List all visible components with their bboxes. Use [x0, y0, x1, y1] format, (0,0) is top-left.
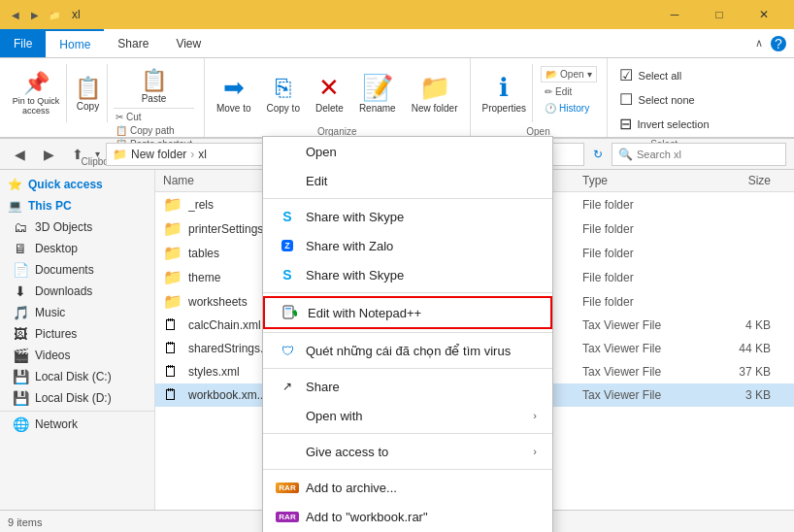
folder-icon: 📁 [163, 268, 182, 286]
cm-skype2-icon: S [279, 266, 296, 283]
pictures-icon: 🖼 [12, 326, 29, 342]
move-to-button[interactable]: ➡ Move to [211, 64, 257, 122]
sidebar-item-localc[interactable]: 💾 Local Disk (C:) [0, 366, 154, 387]
computer-icon: 💻 [8, 199, 22, 213]
history-button[interactable]: 🕐 History [541, 101, 596, 116]
file-size: 37 KB [709, 365, 786, 379]
music-icon: 🎵 [12, 305, 29, 320]
select-all-button[interactable]: ☑ Select all [613, 64, 715, 86]
file-type: File folder [582, 295, 709, 309]
cm-edit[interactable]: Edit [263, 166, 552, 195]
cm-addarchive[interactable]: RAR Add to archive... [263, 473, 552, 502]
tab-view[interactable]: View [162, 29, 215, 57]
cm-notepad-label: Edit with Notepad++ [308, 306, 421, 320]
cm-share-icon: ↗ [279, 378, 296, 395]
maximize-button[interactable]: □ [697, 0, 742, 29]
selectall-label: Select all [639, 70, 682, 82]
tab-file[interactable]: File [0, 29, 46, 57]
cm-addarchive-icon: RAR [279, 479, 296, 496]
paste-button[interactable]: 📋 Paste [114, 66, 194, 106]
delete-button[interactable]: ✕ Delete [310, 64, 349, 122]
moveto-icon: ➡ [223, 73, 245, 103]
sidebar-item-music[interactable]: 🎵 Music [0, 302, 154, 323]
cm-addrar[interactable]: RAR Add to "workbook.rar" [263, 502, 552, 531]
copy-label: Copy [77, 101, 99, 112]
cm-openwith[interactable]: Open with › [263, 401, 552, 430]
cm-openwith-label: Open with [306, 409, 363, 423]
cm-skype2-label: Share with Skype [306, 268, 404, 283]
quick-access-header[interactable]: ⭐ Quick access [0, 174, 154, 195]
open-buttons: ℹ Properties 📂 Open ▾ ✏ Edit 🕐 [475, 60, 603, 126]
edit-ribbon-button[interactable]: ✏ Edit [541, 84, 596, 99]
window-title: xl [72, 8, 81, 21]
sidebar-item-network[interactable]: 🌐 Network [0, 414, 154, 435]
cm-giveaccess[interactable]: Give access to › [263, 437, 552, 466]
paste-group: 📋 Paste ✂ Cut 📋 Copy path 📋 [110, 64, 198, 152]
delete-label: Delete [315, 103, 344, 114]
locald-icon: 💾 [12, 390, 29, 406]
pin-to-quick-access-button[interactable]: 📌 Pin to Quick access [6, 64, 67, 122]
this-pc-header[interactable]: 💻 This PC [0, 195, 154, 216]
search-input[interactable] [637, 149, 779, 160]
sidebar-item-locald[interactable]: 💾 Local Disk (D:) [0, 387, 154, 409]
sidebar-item-pictures-label: Pictures [35, 327, 77, 341]
select-buttons: ☑ Select all ☐ Select none ⊟ Invert sele… [612, 60, 717, 139]
close-button[interactable]: ✕ [742, 0, 786, 29]
tab-home[interactable]: Home [46, 29, 104, 57]
sidebar-item-documents-label: Documents [35, 263, 94, 277]
cm-open[interactable]: Open [263, 137, 552, 166]
file-size: 3 KB [709, 388, 786, 402]
sidebar-item-documents[interactable]: 📄 Documents [0, 259, 154, 281]
ribbon-collapse-icon[interactable]: ∧ [751, 36, 767, 51]
file-size: 44 KB [709, 342, 786, 355]
cm-share-label: Share [306, 380, 340, 394]
title-controls: ─ □ ✕ [652, 0, 786, 29]
cm-zalo-icon: Z [279, 237, 296, 254]
new-folder-button[interactable]: 📁 New folder [406, 64, 464, 122]
sidebar-item-downloads[interactable]: ⬇ Downloads [0, 281, 154, 302]
copyto-icon: ⎘ [276, 73, 291, 103]
back-button[interactable]: ◀ [8, 143, 31, 166]
forward-button[interactable]: ▶ [37, 143, 60, 166]
edit-label: Edit [555, 86, 572, 97]
cm-virus[interactable]: 🛡 Quét những cái đã chọn để tìm virus [263, 336, 552, 365]
paste-label: Paste [142, 93, 167, 104]
copy-path-button[interactable]: 📋 Copy path [114, 124, 194, 137]
tab-share[interactable]: Share [104, 29, 162, 57]
up-button[interactable]: ⬆ [66, 143, 89, 166]
breadcrumb-newf: New folder [131, 148, 186, 161]
copy-button[interactable]: 📋 Copy [69, 64, 108, 122]
sidebar-item-3dobjects[interactable]: 🗂 3D Objects [0, 216, 154, 238]
cm-skype2[interactable]: S Share with Skype [263, 260, 552, 289]
search-icon: 🔍 [618, 148, 633, 161]
sidebar-item-pictures[interactable]: 🖼 Pictures [0, 323, 154, 345]
cm-skype1[interactable]: S Share with Skype [263, 202, 552, 231]
select-none-button[interactable]: ☐ Select none [613, 88, 715, 111]
cm-notepad[interactable]: Edit with Notepad++ [263, 296, 552, 329]
cm-share[interactable]: ↗ Share [263, 372, 552, 401]
3dobjects-icon: 🗂 [12, 219, 29, 235]
minimize-button[interactable]: ─ [652, 0, 697, 29]
xml-icon: 🗒 [163, 386, 182, 404]
properties-button[interactable]: ℹ Properties [477, 64, 534, 122]
history-icon: 🕐 [545, 103, 556, 114]
rename-button[interactable]: 📝 Rename [353, 64, 402, 122]
cut-button[interactable]: ✂ Cut [114, 111, 194, 123]
cm-divider4 [263, 368, 552, 369]
open-dropdown-button[interactable]: 📂 Open ▾ [541, 66, 596, 83]
invertsel-icon: ⊟ [619, 115, 632, 133]
recent-locations-button[interactable]: ▾ [95, 149, 100, 159]
sidebar-item-videos[interactable]: 🎬 Videos [0, 345, 154, 366]
sidebar-item-desktop[interactable]: 🖥 Desktop [0, 238, 154, 259]
help-icon[interactable]: ? [771, 36, 786, 51]
open-small-icon: 📂 [546, 69, 557, 80]
file-type: Tax Viewer File [582, 342, 709, 355]
copy-to-button[interactable]: ⎘ Copy to [261, 64, 306, 122]
clipboard-group: 📌 Pin to Quick access 📋 Copy 📋 Paste ✂ [0, 58, 205, 137]
cm-zalo[interactable]: Z Share with Zalo [263, 231, 552, 260]
sidebar-item-music-label: Music [35, 306, 65, 319]
status-text: 9 items [8, 516, 42, 528]
svg-rect-1 [285, 308, 291, 310]
refresh-button[interactable]: ↻ [590, 143, 606, 166]
invert-selection-button[interactable]: ⊟ Invert selection [613, 113, 715, 135]
